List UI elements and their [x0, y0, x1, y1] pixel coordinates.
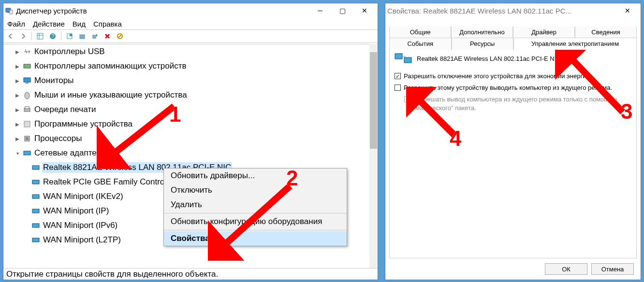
monitor-icon [23, 76, 31, 85]
marker-1: 1 [169, 102, 181, 127]
svg-rect-30 [395, 54, 402, 59]
tree-node-storage[interactable]: ▶Контроллеры запоминающих устройств [3, 59, 378, 73]
svg-rect-10 [80, 35, 85, 39]
ctx-disable[interactable]: Отключить [164, 183, 347, 197]
tb-sep [31, 32, 32, 41]
chk-magic-packet: Разрешать вывод компьютера из ждущего ре… [395, 95, 631, 113]
tree-node-network-adapters[interactable]: ▾Сетевые адаптеры [3, 146, 378, 160]
chk-allow-turnoff[interactable]: ✓ Разрешить отключение этого устройства … [395, 72, 631, 81]
svg-text:?: ? [51, 34, 54, 39]
nic-icon [31, 178, 40, 186]
svg-point-17 [25, 92, 29, 99]
nic-icon [31, 192, 40, 201]
tab-body: Realtek 8821AE Wireless LAN 802.11ac PCI… [389, 47, 637, 258]
marker-2: 2 [286, 166, 298, 190]
ctx-sep [164, 213, 347, 213]
chk-wake[interactable]: Разрешить этому устройству выводить комп… [395, 84, 631, 92]
tb-refresh-icon[interactable] [77, 31, 88, 42]
tree-node-usb[interactable]: ▶Контроллеры USB [3, 44, 378, 59]
maximize-button[interactable]: ▢ [331, 4, 353, 17]
props-title-text: Свойства: Realtek 8821AE Wireless LAN 80… [387, 7, 616, 15]
tb-remove-icon[interactable] [102, 31, 113, 42]
checkbox-allow-turnoff[interactable]: ✓ [395, 73, 401, 79]
tree-node-monitors[interactable]: ▶Мониторы [3, 73, 378, 88]
svg-rect-14 [24, 64, 30, 68]
svg-rect-23 [24, 151, 30, 155]
tb-forward-icon[interactable] [18, 31, 29, 42]
ctx-update-drivers[interactable]: Обновить драйверы... [164, 169, 347, 183]
svg-rect-26 [32, 195, 39, 198]
menu-file[interactable]: Файл [7, 20, 25, 28]
svg-rect-19 [25, 107, 29, 109]
svg-rect-16 [26, 83, 29, 84]
props-close-button[interactable]: ✕ [616, 4, 639, 17]
ok-button[interactable]: ОК [545, 263, 587, 275]
svg-rect-25 [32, 180, 39, 184]
tree-node-print-queues[interactable]: ▶Очереди печати [3, 102, 378, 117]
svg-rect-3 [37, 33, 43, 39]
ctx-delete[interactable]: Удалить [164, 197, 347, 212]
marker-4: 4 [450, 127, 461, 151]
context-menu: Обновить драйверы... Отключить Удалить О… [163, 168, 347, 246]
tree-node-software-dev[interactable]: ▶Программные устройства [3, 117, 378, 131]
tab-driver[interactable]: Драйвер [513, 27, 575, 38]
device-manager-icon [5, 7, 13, 14]
dialog-buttons: ОК Отмена [545, 263, 634, 275]
tab-general[interactable]: Общие [389, 27, 451, 38]
toolbar: ? [3, 29, 378, 43]
printer-icon [23, 105, 31, 114]
tb-back-icon[interactable] [5, 31, 16, 42]
tab-power-management[interactable]: Управление электропитанием [513, 38, 637, 50]
svg-rect-1 [7, 12, 9, 13]
svg-rect-29 [32, 238, 39, 242]
menubar: Файл Действие Вид Справка [3, 18, 378, 29]
nic-icon [31, 163, 40, 172]
svg-rect-24 [32, 166, 39, 169]
tree-vertical-scrollbar[interactable] [369, 44, 378, 268]
svg-rect-11 [92, 35, 96, 39]
tb-scan-icon[interactable] [89, 31, 100, 42]
ctx-rescan-hw[interactable]: Обновить конфигурацию оборудования [164, 214, 347, 229]
svg-rect-22 [26, 137, 29, 140]
minimize-button[interactable]: ─ [309, 4, 331, 17]
checkbox-wake[interactable] [395, 85, 401, 91]
tree-node-cpus[interactable]: ▶Процессоры [3, 131, 378, 146]
menu-view[interactable]: Вид [73, 20, 86, 28]
dm-title-text: Диспетчер устройств [16, 7, 309, 15]
scrollbar-thumb[interactable] [370, 52, 377, 149]
chk-label-magic-packet: Разрешать вывод компьютера из ждущего ре… [413, 95, 631, 113]
props-titlebar: Свойства: Realtek 8821AE Wireless LAN 80… [385, 3, 641, 18]
tab-advanced[interactable]: Дополнительно [451, 27, 513, 38]
tb-table-icon[interactable] [35, 31, 45, 42]
chk-label-wake: Разрешить этому устройству выводить комп… [404, 84, 612, 92]
menu-help[interactable]: Справка [93, 20, 122, 28]
close-button[interactable]: ✕ [353, 4, 376, 17]
storage-icon [23, 62, 31, 70]
usb-icon [23, 47, 31, 56]
nic-icon [31, 221, 40, 230]
nic-icon [31, 236, 40, 244]
device-header: Realtek 8821AE Wireless LAN 802.11ac PCI… [395, 52, 631, 65]
cancel-button[interactable]: Отмена [591, 263, 634, 275]
tb-help-icon[interactable]: ? [47, 31, 58, 42]
status-bar: Открытие страницы свойств для выделенног… [3, 268, 378, 280]
svg-rect-15 [24, 78, 30, 82]
device-name-text: Realtek 8821AE Wireless LAN 802.11ac PCI… [417, 55, 561, 62]
cpu-icon [23, 134, 31, 143]
ctx-properties[interactable]: Свойства [164, 231, 347, 246]
chk-label-allow-turnoff: Разрешить отключение этого устройства дл… [404, 72, 591, 81]
marker-3: 3 [621, 99, 632, 124]
ctx-sep2 [164, 230, 347, 230]
network-icon [23, 149, 31, 157]
tree-node-mice[interactable]: ▶Мыши и иные указывающие устройства [3, 88, 378, 102]
mouse-icon [23, 91, 31, 99]
tab-details[interactable]: Сведения [575, 27, 637, 38]
svg-rect-20 [24, 121, 30, 127]
tb-sep2 [61, 32, 61, 41]
tb-disable-icon[interactable] [115, 31, 125, 42]
tabs-container: Общие Дополнительно Драйвер Сведения Соб… [389, 27, 637, 50]
svg-rect-2 [10, 10, 13, 14]
menu-action[interactable]: Действие [33, 20, 65, 28]
tb-props-icon[interactable] [64, 31, 75, 42]
software-icon [23, 120, 31, 128]
